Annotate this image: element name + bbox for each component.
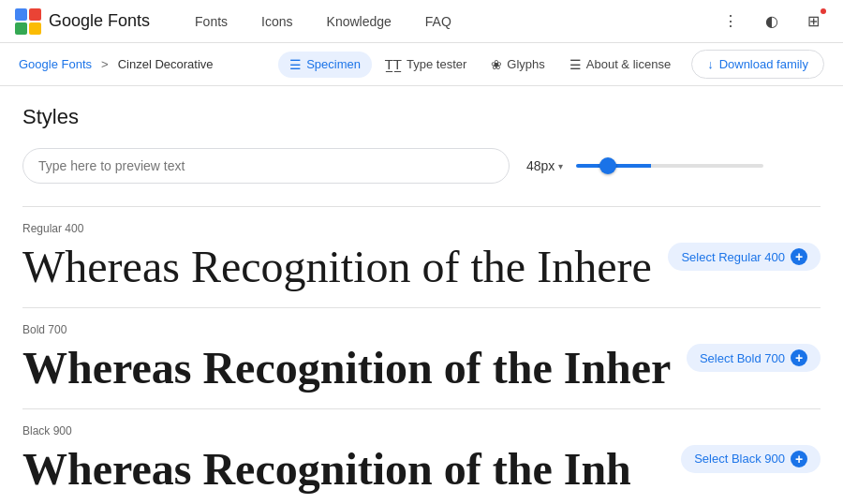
nav-links: Fonts Icons Knowledge FAQ [180,8,716,35]
font-style-row-regular: Regular 400 Whereas Recognition of the I… [22,206,821,307]
nav-link-fonts[interactable]: Fonts [180,8,243,35]
breadcrumb-home-link[interactable]: Google Fonts [19,57,92,71]
font-tabs: ☰ Specimen T̲T̲ Type tester ❀ Glyphs ☰ A… [278,50,824,79]
preview-text-input[interactable] [22,148,510,184]
svg-rect-0 [15,8,27,21]
svg-rect-3 [29,22,41,35]
nav-right: ⋮ ◐ ⊞ [716,7,828,37]
nav-logo-text: Google Fonts [49,11,150,31]
apps-icon: ⊞ [807,12,820,30]
tab-about-license[interactable]: ☰ About & license [558,52,682,78]
select-bold-button[interactable]: Select Bold 700 + [687,344,821,372]
tab-specimen[interactable]: ☰ Specimen [278,52,372,78]
styles-heading: Styles [22,105,821,129]
select-regular-label: Select Regular 400 [681,250,785,264]
apps-notification-dot [821,8,826,14]
apps-button[interactable]: ⊞ [798,7,828,37]
download-icon: ↓ [707,57,714,71]
size-slider-container [576,164,763,168]
font-style-label-bold: Bold 700 [22,323,821,336]
tab-type-tester[interactable]: T̲T̲ Type tester [374,52,478,78]
theme-icon: ◐ [765,12,778,30]
font-styles-list: Regular 400 Whereas Recognition of the I… [22,206,821,504]
preview-controls: 48px ▾ [22,148,821,184]
type-tester-icon: T̲T̲ [385,57,402,72]
select-black-button[interactable]: Select Black 900 + [681,445,821,473]
top-nav: Google Fonts Fonts Icons Knowledge FAQ ⋮… [0,0,843,43]
nav-link-knowledge[interactable]: Knowledge [312,8,407,35]
size-select-dropdown[interactable]: 48px ▾ [521,155,569,177]
select-black-label: Select Black 900 [694,452,785,466]
select-regular-button[interactable]: Select Regular 400 + [668,243,821,271]
main-content: Styles 48px ▾ Regular 400 Whereas Recogn… [0,86,843,504]
svg-rect-1 [29,8,41,21]
font-style-label-regular: Regular 400 [22,222,821,235]
more-menu-button[interactable]: ⋮ [716,7,746,37]
size-control: 48px ▾ [521,155,763,177]
font-style-row-black: Black 900 Whereas Recognition of the Inh… [22,408,821,504]
tab-glyphs[interactable]: ❀ Glyphs [480,52,555,78]
dropdown-arrow-icon: ▾ [558,161,563,171]
font-preview-text-black: Whereas Recognition of the Inh [22,445,631,494]
font-preview-text-regular: Whereas Recognition of the Inhere [22,243,652,291]
logo[interactable]: Google Fonts [15,8,150,35]
breadcrumb: Google Fonts > Cinzel Decorative [19,57,278,71]
glyphs-icon: ❀ [491,57,502,72]
breadcrumb-current-page: Cinzel Decorative [118,57,214,71]
size-value: 48px [526,158,555,173]
google-logo-icon [15,8,41,35]
breadcrumb-separator: > [101,57,109,71]
svg-rect-2 [15,22,27,35]
select-bold-label: Select Bold 700 [700,351,785,365]
download-label: Download family [719,57,808,71]
breadcrumb-nav: Google Fonts > Cinzel Decorative ☰ Speci… [0,43,843,86]
tab-about-label: About & license [586,57,671,71]
size-slider[interactable] [576,164,763,168]
font-preview-text-bold: Whereas Recognition of the Inher [22,344,671,393]
nav-link-faq[interactable]: FAQ [410,8,466,35]
theme-toggle-button[interactable]: ◐ [757,7,787,37]
specimen-icon: ☰ [289,57,302,72]
more-icon: ⋮ [723,12,738,30]
about-icon: ☰ [569,57,582,72]
font-style-row-bold: Bold 700 Whereas Recognition of the Inhe… [22,307,821,408]
add-regular-icon: + [791,248,807,265]
download-family-button[interactable]: ↓ Download family [691,50,824,79]
font-style-label-black: Black 900 [22,424,821,437]
add-bold-icon: + [791,349,807,366]
tab-type-tester-label: Type tester [407,57,466,71]
nav-link-icons[interactable]: Icons [246,8,307,35]
tab-glyphs-label: Glyphs [507,57,544,71]
tab-specimen-label: Specimen [306,57,361,71]
add-black-icon: + [791,451,807,467]
